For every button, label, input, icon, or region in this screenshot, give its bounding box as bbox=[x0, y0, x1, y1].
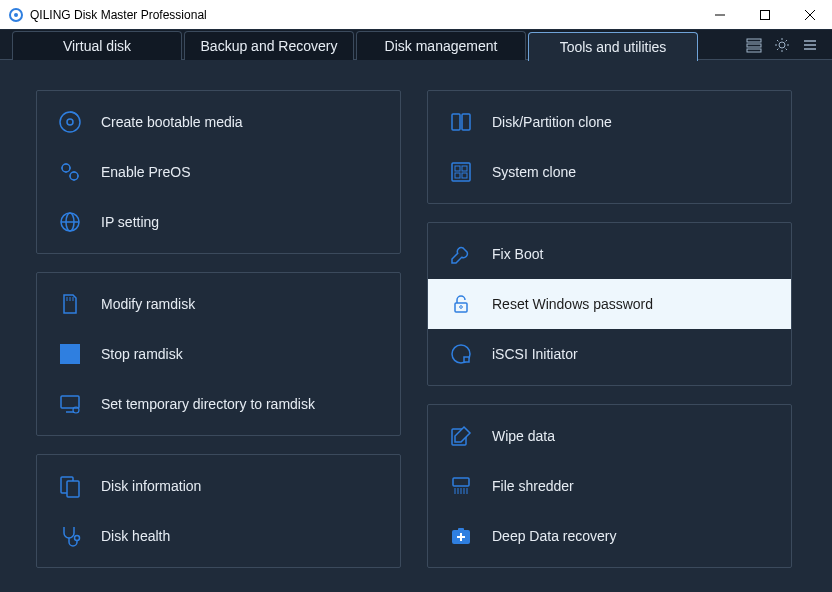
item-label: Disk/Partition clone bbox=[492, 114, 612, 130]
monitor-gear-icon bbox=[57, 391, 83, 417]
item-iscsi-initiator[interactable]: iSCSI Initiator bbox=[428, 329, 791, 379]
item-create-bootable-media[interactable]: Create bootable media bbox=[37, 97, 400, 147]
svg-rect-32 bbox=[455, 166, 460, 171]
maximize-button[interactable] bbox=[742, 0, 787, 30]
item-deep-data-recovery[interactable]: Deep Data recovery bbox=[428, 511, 791, 561]
svg-point-37 bbox=[460, 306, 463, 309]
svg-rect-6 bbox=[747, 39, 761, 42]
svg-rect-7 bbox=[747, 44, 761, 47]
svg-rect-8 bbox=[747, 49, 761, 52]
svg-rect-30 bbox=[462, 114, 470, 130]
menu-icon[interactable] bbox=[802, 37, 818, 53]
item-modify-ramdisk[interactable]: Modify ramdisk bbox=[37, 279, 400, 329]
app-icon bbox=[8, 7, 24, 23]
item-stop-ramdisk[interactable]: Stop ramdisk bbox=[37, 329, 400, 379]
edit-icon bbox=[448, 423, 474, 449]
item-ip-setting[interactable]: IP setting bbox=[37, 197, 400, 247]
shredder-icon bbox=[448, 473, 474, 499]
left-column: Create bootable media Enable PreOS IP se… bbox=[36, 90, 401, 568]
toolbar-right bbox=[746, 30, 832, 59]
item-label: Stop ramdisk bbox=[101, 346, 183, 362]
item-label: Modify ramdisk bbox=[101, 296, 195, 312]
item-label: Deep Data recovery bbox=[492, 528, 617, 544]
disk-info-icon bbox=[57, 473, 83, 499]
item-label: Wipe data bbox=[492, 428, 555, 444]
item-label: iSCSI Initiator bbox=[492, 346, 578, 362]
item-reset-windows-password[interactable]: Reset Windows password bbox=[428, 279, 791, 329]
minimize-button[interactable] bbox=[697, 0, 742, 30]
tab-label: Disk management bbox=[385, 38, 498, 54]
item-fix-boot[interactable]: Fix Boot bbox=[428, 229, 791, 279]
group-bootable: Create bootable media Enable PreOS IP se… bbox=[36, 90, 401, 254]
window-title: QILING Disk Master Professional bbox=[30, 8, 697, 22]
item-label: Disk health bbox=[101, 528, 170, 544]
item-label: Disk information bbox=[101, 478, 201, 494]
svg-rect-29 bbox=[452, 114, 460, 130]
item-disk-partition-clone[interactable]: Disk/Partition clone bbox=[428, 97, 791, 147]
svg-rect-35 bbox=[462, 173, 467, 178]
svg-rect-34 bbox=[455, 173, 460, 178]
svg-rect-33 bbox=[462, 166, 467, 171]
item-wipe-data[interactable]: Wipe data bbox=[428, 411, 791, 461]
close-button[interactable] bbox=[787, 0, 832, 30]
wrench-icon bbox=[448, 241, 474, 267]
window-controls bbox=[697, 0, 832, 29]
item-label: File shredder bbox=[492, 478, 574, 494]
svg-point-14 bbox=[67, 119, 73, 125]
content: Create bootable media Enable PreOS IP se… bbox=[0, 60, 832, 592]
group-ramdisk: Modify ramdisk Stop ramdisk Set temporar… bbox=[36, 272, 401, 436]
item-label: IP setting bbox=[101, 214, 159, 230]
svg-point-1 bbox=[14, 13, 18, 17]
item-enable-preos[interactable]: Enable PreOS bbox=[37, 147, 400, 197]
svg-rect-41 bbox=[453, 478, 469, 486]
system-icon bbox=[448, 159, 474, 185]
group-diskinfo: Disk information Disk health bbox=[36, 454, 401, 568]
list-view-icon[interactable] bbox=[746, 37, 762, 53]
svg-point-9 bbox=[779, 42, 785, 48]
item-temp-dir-ramdisk[interactable]: Set temporary directory to ramdisk bbox=[37, 379, 400, 429]
item-disk-information[interactable]: Disk information bbox=[37, 461, 400, 511]
sdcard-icon bbox=[57, 291, 83, 317]
item-label: Create bootable media bbox=[101, 114, 243, 130]
tab-tools-utilities[interactable]: Tools and utilities bbox=[528, 32, 698, 61]
svg-point-15 bbox=[62, 164, 70, 172]
tab-virtual-disk[interactable]: Virtual disk bbox=[12, 31, 182, 60]
group-data: Wipe data File shredder Deep Data recove… bbox=[427, 404, 792, 568]
item-label: Fix Boot bbox=[492, 246, 543, 262]
right-column: Disk/Partition clone System clone Fix Bo… bbox=[427, 90, 792, 568]
tabstrip: Virtual disk Backup and Recovery Disk ma… bbox=[0, 30, 832, 60]
partition-icon bbox=[448, 109, 474, 135]
group-clone: Disk/Partition clone System clone bbox=[427, 90, 792, 204]
app-body: Virtual disk Backup and Recovery Disk ma… bbox=[0, 30, 832, 592]
settings-icon[interactable] bbox=[774, 37, 790, 53]
item-label: Reset Windows password bbox=[492, 296, 653, 312]
group-recovery: Fix Boot Reset Windows password iSCSI In… bbox=[427, 222, 792, 386]
recovery-icon bbox=[448, 523, 474, 549]
svg-rect-36 bbox=[455, 303, 467, 312]
lock-icon bbox=[448, 291, 474, 317]
tab-backup-recovery[interactable]: Backup and Recovery bbox=[184, 31, 354, 60]
svg-rect-48 bbox=[458, 528, 464, 532]
item-system-clone[interactable]: System clone bbox=[428, 147, 791, 197]
stethoscope-icon bbox=[57, 523, 83, 549]
titlebar: QILING Disk Master Professional bbox=[0, 0, 832, 30]
stop-icon bbox=[57, 341, 83, 367]
ring-icon bbox=[448, 341, 474, 367]
tab-label: Virtual disk bbox=[63, 38, 131, 54]
svg-point-28 bbox=[75, 536, 80, 541]
tab-label: Backup and Recovery bbox=[201, 38, 338, 54]
tab-label: Tools and utilities bbox=[560, 39, 667, 55]
svg-rect-39 bbox=[464, 357, 469, 362]
svg-point-16 bbox=[70, 172, 78, 180]
gears-icon bbox=[57, 159, 83, 185]
tab-disk-management[interactable]: Disk management bbox=[356, 31, 526, 60]
svg-rect-23 bbox=[61, 396, 79, 408]
item-label: System clone bbox=[492, 164, 576, 180]
globe-icon bbox=[57, 209, 83, 235]
item-label: Enable PreOS bbox=[101, 164, 191, 180]
svg-rect-27 bbox=[67, 481, 79, 497]
item-disk-health[interactable]: Disk health bbox=[37, 511, 400, 561]
item-file-shredder[interactable]: File shredder bbox=[428, 461, 791, 511]
item-label: Set temporary directory to ramdisk bbox=[101, 396, 315, 412]
svg-rect-3 bbox=[760, 11, 769, 20]
